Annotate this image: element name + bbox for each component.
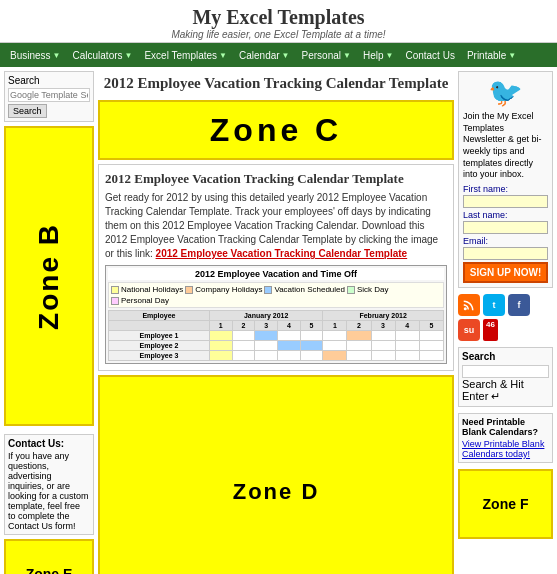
social-icons-row: t f su 46: [458, 294, 553, 341]
signup-button[interactable]: SIGN UP NOW!: [463, 262, 548, 283]
zone-f-label: Zone F: [483, 496, 529, 512]
site-title: My Excel Templates: [0, 6, 557, 29]
newsletter-box: 🐦 Join the My Excel Templates Newsletter…: [458, 71, 553, 288]
article-intro: Get ready for 2012 by using this detaile…: [105, 191, 447, 261]
spreadsheet-title: 2012 Employee Vacation and Time Off: [108, 268, 444, 280]
table-row: Employee 3: [109, 351, 444, 361]
email-input[interactable]: [463, 247, 548, 260]
article-content: 2012 Employee Vacation Tracking Calendar…: [98, 164, 454, 371]
right-search-input[interactable]: [462, 365, 549, 378]
page-title: 2012 Employee Vacation Tracking Calendar…: [98, 71, 454, 96]
left-search-label: Search: [8, 75, 90, 86]
email-label: Email:: [463, 236, 548, 246]
left-search-box: Search Search: [4, 71, 94, 122]
right-search-label: Search: [462, 351, 549, 362]
article-title: 2012 Employee Vacation Tracking Calendar…: [105, 171, 447, 187]
col-employee: Employee: [109, 311, 210, 321]
legend-sick: Sick Day: [347, 285, 389, 294]
legend-personal: Personal Day: [111, 296, 169, 305]
contact-section: Contact Us: If you have any questions, a…: [4, 434, 94, 535]
nav-calendar[interactable]: Calendar ▼: [233, 43, 296, 67]
nav-personal[interactable]: Personal ▼: [296, 43, 357, 67]
legend-company: Company Holidays: [185, 285, 262, 294]
legend-national: National Holidays: [111, 285, 183, 294]
zone-d-label: Zone D: [233, 479, 320, 505]
contact-title: Contact Us:: [8, 438, 90, 449]
printable-title: Need Printable Blank Calendars?: [462, 417, 549, 437]
table-row: Employee 2: [109, 341, 444, 351]
left-search-button[interactable]: Search: [8, 104, 47, 118]
nav-calculators[interactable]: Calculators ▼: [67, 43, 139, 67]
zone-e: Zone E: [4, 539, 94, 574]
badge-count: 46: [483, 319, 498, 341]
nav-contact[interactable]: Contact Us: [399, 43, 460, 67]
printable-box: Need Printable Blank Calendars? View Pri…: [458, 413, 553, 463]
zone-b: Zone B: [4, 126, 94, 426]
table-row: Employee 1: [109, 331, 444, 341]
rss-icon[interactable]: [458, 294, 480, 316]
right-search-box: Search Search & Hit Enter ↵: [458, 347, 553, 407]
contact-text: If you have any questions, advertising i…: [8, 451, 90, 531]
nav-help[interactable]: Help ▼: [357, 43, 400, 67]
bird-icon: 🐦: [463, 76, 548, 109]
zone-b-label: Zone B: [33, 223, 65, 330]
svg-point-0: [464, 307, 467, 310]
spreadsheet-grid: Employee January 2012 February 2012 1234…: [108, 310, 444, 361]
first-name-label: First name:: [463, 184, 548, 194]
twitter-icon[interactable]: t: [483, 294, 505, 316]
col-jan: January 2012: [209, 311, 322, 321]
center-content: 2012 Employee Vacation Tracking Calendar…: [98, 71, 454, 574]
zone-d: Zone D: [98, 375, 454, 574]
site-header: My Excel Templates Making life easier, o…: [0, 0, 557, 43]
legend-vacation: Vacation Scheduled: [264, 285, 345, 294]
nav-excel-templates[interactable]: Excel Templates ▼: [138, 43, 233, 67]
zone-c: Zone C: [98, 100, 454, 160]
last-name-label: Last name:: [463, 210, 548, 220]
spreadsheet-legend: National Holidays Company Holidays Vacat…: [108, 282, 444, 308]
site-tagline: Making life easier, one Excel Template a…: [0, 29, 557, 40]
main-content: Search Search Zone B Contact Us: If you …: [0, 67, 557, 574]
printable-link[interactable]: View Printable Blank Calendars today!: [462, 439, 544, 459]
facebook-icon[interactable]: f: [508, 294, 530, 316]
spreadsheet-preview: 2012 Employee Vacation and Time Off Nati…: [105, 265, 447, 364]
last-name-input[interactable]: [463, 221, 548, 234]
newsletter-desc: Join the My Excel Templates Newsletter &…: [463, 111, 548, 181]
stumbleupon-icon[interactable]: su: [458, 319, 480, 341]
zone-c-label: Zone C: [210, 112, 342, 149]
nav-business[interactable]: Business ▼: [4, 43, 67, 67]
first-name-input[interactable]: [463, 195, 548, 208]
navigation-bar: Business ▼ Calculators ▼ Excel Templates…: [0, 43, 557, 67]
zone-e-label: Zone E: [26, 566, 73, 574]
col-feb: February 2012: [323, 311, 444, 321]
left-search-input[interactable]: [8, 88, 90, 102]
nav-printable[interactable]: Printable ▼: [461, 43, 522, 67]
zone-f: Zone F: [458, 469, 553, 539]
left-sidebar: Search Search Zone B Contact Us: If you …: [4, 71, 94, 574]
article-link[interactable]: 2012 Employee Vacation Tracking Calendar…: [156, 248, 408, 259]
right-sidebar: 🐦 Join the My Excel Templates Newsletter…: [458, 71, 553, 574]
search-hint: Search & Hit Enter ↵: [462, 378, 549, 403]
